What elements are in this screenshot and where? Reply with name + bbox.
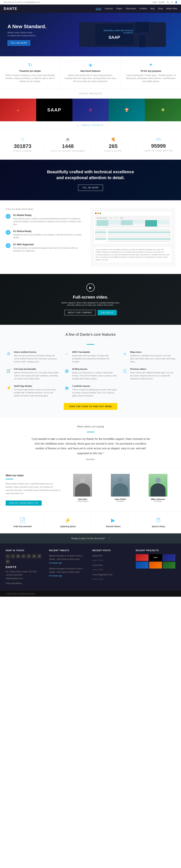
stat-number-3: 265 (95, 143, 132, 149)
person-body-3 (150, 483, 166, 497)
social-icon-facebook[interactable]: f (6, 554, 10, 558)
main-nav: DANTE Home Features Pages Shortcodes Por… (0, 4, 181, 13)
core-features-grid: ⚙ Gizmo webfont license We're proud to a… (6, 351, 175, 397)
language-selector[interactable]: English (158, 1, 165, 3)
tour-cta-button[interactable]: TAKE THE TOUR TO FIND OUT MORE (64, 403, 117, 410)
new-thing-3: 3 It's Well Supported Most importantly, … (6, 243, 85, 252)
core-features-section: A few of Dante's core features ⚙ Gizmo w… (0, 325, 181, 417)
nav-link-shortcodes[interactable]: Shortcodes (125, 7, 136, 10)
feat-title-menu: Mega menu (130, 351, 175, 353)
social-icon-twitter[interactable]: t (11, 554, 15, 558)
person-head-1 (80, 478, 85, 483)
post-link-3[interactable]: Fusce Registration Post (93, 573, 132, 577)
stat-icon-4: </> (140, 137, 177, 142)
say-hello-button[interactable]: SAY HELLO (98, 310, 117, 315)
tweet-time-1: 22 minutes ago (49, 561, 88, 565)
rp-item-6[interactable] (163, 562, 175, 568)
stat-number-1: 301873 (4, 143, 41, 149)
nav-link-blog[interactable]: Blog (150, 7, 155, 10)
feat-desc-builder: Our Avanti Page Builder is easy to use a… (14, 388, 59, 397)
hero-phone-mockup (138, 34, 146, 48)
social-icons: f t g+ in yt pi dr tu (6, 554, 45, 564)
feat-title-builder: Swift Page Builder (14, 385, 59, 387)
user-icon[interactable]: 👤 (175, 1, 177, 3)
testimonial-quote: "I just wanted to take a minute and expr… (30, 437, 151, 456)
team-section: Meet our team Etiam porttitor at tellus … (0, 468, 181, 511)
team-name-2: John Smith (103, 498, 138, 500)
footer-logo: DANTE (6, 565, 16, 568)
feat-desc-sliders: Dante comes with 3 different header type… (130, 371, 175, 380)
browser-dot-min (97, 213, 99, 214)
tweet-1: @dante message us we think it's time to … (49, 554, 88, 565)
new-things-section: A few new things about Dante... 1 It's M… (0, 200, 181, 274)
project-item-1[interactable]: 🔥 (0, 99, 36, 121)
hero-cta-button[interactable]: TELL ME MORE (7, 40, 30, 46)
social-icon-tumblr[interactable]: tu (6, 559, 10, 564)
hero-subline: Mobile ready, Retina-ready, & loaded wit… (7, 31, 46, 37)
nav-link-whatsnew[interactable]: What's New (166, 7, 177, 10)
about-company-button[interactable]: ABOUT OUR COMPANY (64, 310, 96, 315)
cta-bottom-banner[interactable]: Ready to take it to the next level? › (0, 533, 181, 544)
stat-number-2: 1448 (49, 143, 86, 149)
bottom-icons-row: 📄 Fully Documented ⚡ Lightning Quick ▶ T… (0, 511, 181, 533)
hero-section: A New Standard. Mobile ready, Retina-rea… (0, 13, 181, 56)
view-all-projects[interactable]: ● VIEW ALL PROJECTS (0, 121, 181, 130)
social-icon-linkedin[interactable]: in (22, 554, 26, 558)
rp-item-2[interactable]: SAAP (149, 554, 162, 561)
team-heading: Meet our team (6, 474, 61, 477)
feature-title-1: Powerful yet simple (4, 70, 57, 72)
nav-link-shop[interactable]: Shop (158, 7, 163, 10)
nav-link-portfolio[interactable]: Portfolio (140, 7, 147, 10)
footer-bottom: © 2016 Dante. All Rights Reserved. (0, 591, 181, 597)
project-item-4[interactable]: 🍄 (109, 99, 145, 121)
hero-screen-monitor: Beautifully crafted with technical excel… (96, 24, 133, 45)
project-overlay-5: ❋ (161, 107, 165, 113)
nav-logo[interactable]: DANTE (4, 7, 17, 11)
rp-item-4[interactable] (136, 562, 148, 568)
rp-item-5[interactable] (149, 562, 162, 568)
post-link-1[interactable]: Aliquet Post (93, 554, 132, 558)
stat-number-4: 95999 (140, 143, 177, 149)
feature-item-3: ✦ Fit for any purpose Create anything wi… (121, 56, 181, 89)
video-heading: Full-screen video. (4, 295, 177, 300)
team-member-2: John Smith Developer (103, 474, 138, 506)
rp-item-3[interactable] (163, 554, 175, 561)
project-item-5[interactable]: ❋ (145, 99, 181, 121)
search-icon[interactable]: 🔍 (167, 1, 169, 3)
social-icon-pinterest[interactable]: pi (32, 554, 36, 558)
hero-screen-label: SAAP (108, 35, 120, 40)
team-avatar-2 (111, 474, 130, 497)
person-body-2 (113, 483, 128, 497)
nav-link-pages[interactable]: Pages (116, 7, 122, 10)
social-icon-googleplus[interactable]: g+ (16, 554, 21, 558)
login-link[interactable]: Login (152, 1, 157, 3)
person-silhouette-3 (149, 474, 168, 497)
team-cta-button[interactable]: FIND OUT MORE ABOUT US (6, 500, 42, 506)
cart-icon[interactable]: 🛒 (171, 1, 173, 3)
browser-mockup: 10,200 Users ● 5 15% (93, 211, 172, 245)
feature-desc-3: Create anything with 7 header types, 7 P… (124, 74, 177, 83)
feat-title-blog: 10 Blog layouts (72, 368, 117, 370)
project-item-3[interactable]: ✿ (72, 99, 109, 121)
footer-twitter-follow: Follow @swiftideas (6, 582, 45, 585)
new-things-testimonial-text: "Just a mention of how incredible the de… (96, 248, 170, 261)
banner-cta-button[interactable]: TELL ME MORE (78, 185, 103, 191)
team-divider (6, 479, 13, 479)
social-icon-youtube[interactable]: yt (27, 554, 31, 558)
section-label-projects: Latest Projects (0, 89, 181, 99)
thing-desc-1: Built using the clean, modular, and powe… (13, 217, 85, 226)
stat-coffee: ☕ 1448 CUPS OF COFFEE CONSUMED (45, 137, 90, 152)
thing-title-2: It's Retina-Ready (13, 230, 85, 232)
project-item-2[interactable]: SAAP (36, 99, 72, 121)
feature-icon-3: ✦ (124, 62, 177, 68)
rp-item-1[interactable] (136, 554, 148, 561)
play-button[interactable]: ▶ (86, 283, 95, 292)
hero-tablet-mockup (135, 22, 150, 33)
social-icon-dribbble[interactable]: dr (37, 554, 41, 558)
post-link-2[interactable]: Cursus Post (93, 564, 132, 567)
nav-link-home[interactable]: Home (96, 7, 101, 10)
feat-icon-builder: ⚡ (6, 385, 12, 391)
feat-shop: 🛒 Full shop functionality Built for WooC… (6, 368, 59, 380)
video-desc: Dante supports native video playback for… (4, 302, 177, 306)
nav-link-features[interactable]: Features (105, 7, 113, 10)
